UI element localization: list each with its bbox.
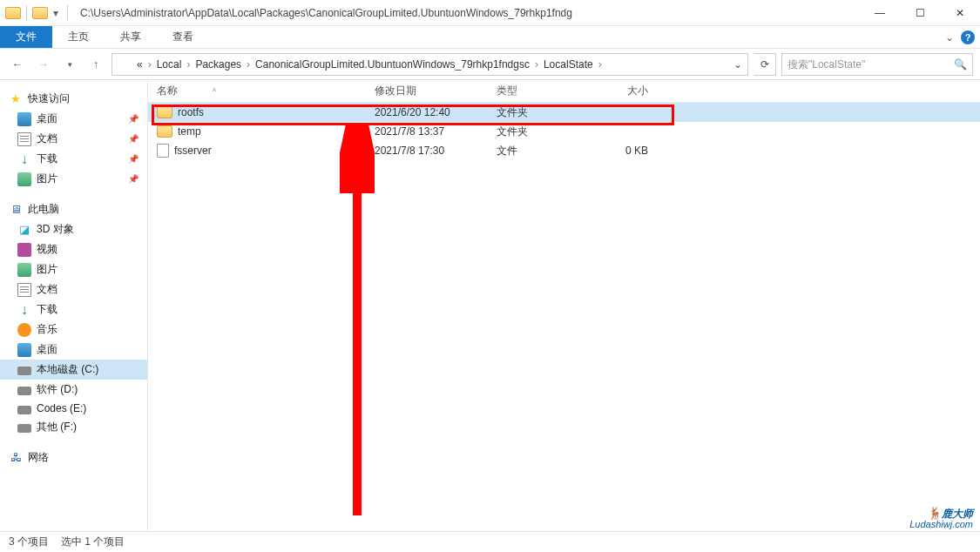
tab-view[interactable]: 查看 <box>157 26 209 48</box>
column-size[interactable]: 大小 <box>592 84 662 98</box>
video-icon <box>17 243 31 257</box>
tab-home[interactable]: 主页 <box>52 26 105 48</box>
sidebar-item-desktop[interactable]: 桌面📌 <box>0 109 147 129</box>
sidebar-item-disk-e[interactable]: Codes (E:) <box>0 400 147 417</box>
column-date[interactable]: 修改日期 <box>375 84 497 98</box>
qat-folder-icon[interactable] <box>32 7 48 19</box>
forward-button[interactable]: → <box>33 54 54 75</box>
download-icon: ↓ <box>17 303 31 317</box>
sidebar-item-3d[interactable]: ◪3D 对象 <box>0 219 147 239</box>
help-icon[interactable]: ? <box>961 30 975 44</box>
window-folder-icon <box>5 7 21 19</box>
3d-icon: ◪ <box>17 223 31 237</box>
qat-dropdown-icon[interactable]: ▾ <box>50 7 62 19</box>
sidebar-item-label: 下载 <box>37 151 57 166</box>
file-icon <box>157 144 169 158</box>
sidebar-item-videos[interactable]: 视频 <box>0 239 147 259</box>
sidebar-item-label: 3D 对象 <box>37 222 74 237</box>
breadcrumb-part[interactable]: CanonicalGroupLimited.UbuntuonWindows_79… <box>252 58 533 71</box>
sidebar-item-label: 下载 <box>37 302 57 317</box>
tab-file[interactable]: 文件 <box>0 26 52 48</box>
sidebar-item-documents[interactable]: 文档 <box>0 279 147 300</box>
download-icon: ↓ <box>17 152 31 166</box>
network-icon: 🖧 <box>9 451 23 465</box>
chevron-right-icon[interactable]: › <box>146 58 153 71</box>
refresh-button[interactable]: ⟳ <box>754 53 776 76</box>
column-headers: 名称^ 修改日期 类型 大小 <box>148 80 980 103</box>
desktop-icon <box>17 112 31 126</box>
breadcrumb-part[interactable]: Packages <box>192 58 245 71</box>
sidebar-item-label: 本地磁盘 (C:) <box>37 362 98 377</box>
file-type: 文件夹 <box>497 105 592 120</box>
breadcrumb[interactable]: « › Local › Packages › CanonicalGroupLim… <box>112 53 748 76</box>
ribbon-expand-icon[interactable]: ⌄ <box>945 31 954 44</box>
sidebar-this-pc[interactable]: 🖥 此电脑 <box>0 199 147 219</box>
folder-icon <box>157 125 172 138</box>
column-label: 名称 <box>157 84 178 97</box>
star-icon: ★ <box>9 92 23 106</box>
file-row[interactable]: fsserver2021/7/8 17:30文件0 KB <box>148 141 980 160</box>
pictures-icon <box>17 263 31 277</box>
sidebar-network[interactable]: 🖧 网络 <box>0 448 147 468</box>
document-icon <box>17 283 31 297</box>
breadcrumb-part[interactable]: LocalState <box>540 58 597 71</box>
file-date: 2021/7/8 13:37 <box>375 125 497 138</box>
sidebar-item-documents[interactable]: 文档📌 <box>0 129 147 149</box>
file-date: 2021/6/20 12:40 <box>375 106 497 118</box>
file-name: temp <box>178 125 201 138</box>
pin-icon: 📌 <box>128 174 139 184</box>
status-item-count: 3 个项目 <box>9 535 49 549</box>
annotation-arrow-icon <box>340 124 375 524</box>
disk-icon <box>17 406 31 414</box>
sidebar-item-pictures[interactable]: 图片📌 <box>0 169 147 189</box>
chevron-right-icon[interactable]: › <box>185 58 192 71</box>
search-box[interactable]: 🔍 <box>781 53 973 76</box>
close-button[interactable]: ✕ <box>940 0 980 25</box>
chevron-right-icon[interactable]: › <box>533 58 540 71</box>
sidebar-item-pictures[interactable]: 图片 <box>0 259 147 279</box>
back-button[interactable]: ← <box>7 54 28 75</box>
sidebar-item-downloads[interactable]: ↓下载📌 <box>0 149 147 169</box>
recent-dropdown-icon[interactable]: ▾ <box>59 54 80 75</box>
breadcrumb-overflow[interactable]: « <box>133 58 146 71</box>
disk-icon <box>17 387 31 395</box>
search-icon[interactable]: 🔍 <box>954 58 967 71</box>
sidebar-item-desktop[interactable]: 桌面 <box>0 340 147 360</box>
sidebar-label: 快速访问 <box>28 91 70 106</box>
sidebar-item-label: 音乐 <box>37 322 57 337</box>
pin-icon: 📌 <box>128 134 139 144</box>
breadcrumb-part[interactable]: Local <box>153 58 186 71</box>
desktop-icon <box>17 343 31 357</box>
sidebar-quick-access[interactable]: ★ 快速访问 <box>0 89 147 109</box>
sidebar-item-disk-d[interactable]: 软件 (D:) <box>0 380 147 400</box>
sidebar-item-music[interactable]: 音乐 <box>0 320 147 340</box>
file-name: fsserver <box>174 145 212 157</box>
chevron-right-icon[interactable]: › <box>245 58 252 71</box>
watermark: 🦌鹿大师 Ludashiwj.com <box>909 504 973 529</box>
search-input[interactable] <box>787 58 954 71</box>
tab-share[interactable]: 共享 <box>105 26 157 48</box>
file-row[interactable]: temp2021/7/8 13:37文件夹 <box>148 122 980 141</box>
minimize-button[interactable]: — <box>860 0 900 25</box>
status-selected-count: 选中 1 个项目 <box>61 535 125 549</box>
column-type[interactable]: 类型 <box>497 84 592 98</box>
sidebar-item-label: 桌面 <box>37 342 57 357</box>
status-bar: 3 个项目 选中 1 个项目 <box>0 531 980 552</box>
sidebar-item-disk-c[interactable]: 本地磁盘 (C:) <box>0 360 147 380</box>
sidebar-item-disk-f[interactable]: 其他 (F:) <box>0 417 147 437</box>
up-button[interactable]: ↑ <box>85 54 106 75</box>
file-type: 文件 <box>497 144 592 158</box>
chevron-right-icon[interactable]: › <box>597 58 604 71</box>
maximize-button[interactable]: ☐ <box>900 0 940 25</box>
sidebar-item-downloads[interactable]: ↓下载 <box>0 300 147 320</box>
column-name[interactable]: 名称^ <box>157 84 375 98</box>
pictures-icon <box>17 172 31 186</box>
sort-asc-icon: ^ <box>213 87 216 96</box>
file-row[interactable]: rootfs2021/6/20 12:40文件夹 <box>148 103 980 122</box>
breadcrumb-dropdown-icon[interactable]: ⌄ <box>728 58 747 71</box>
divider <box>26 5 27 21</box>
sidebar-item-label: 桌面 <box>37 111 57 126</box>
pc-icon: 🖥 <box>9 203 23 217</box>
sidebar-item-label: 软件 (D:) <box>37 382 78 397</box>
music-icon <box>17 323 31 337</box>
